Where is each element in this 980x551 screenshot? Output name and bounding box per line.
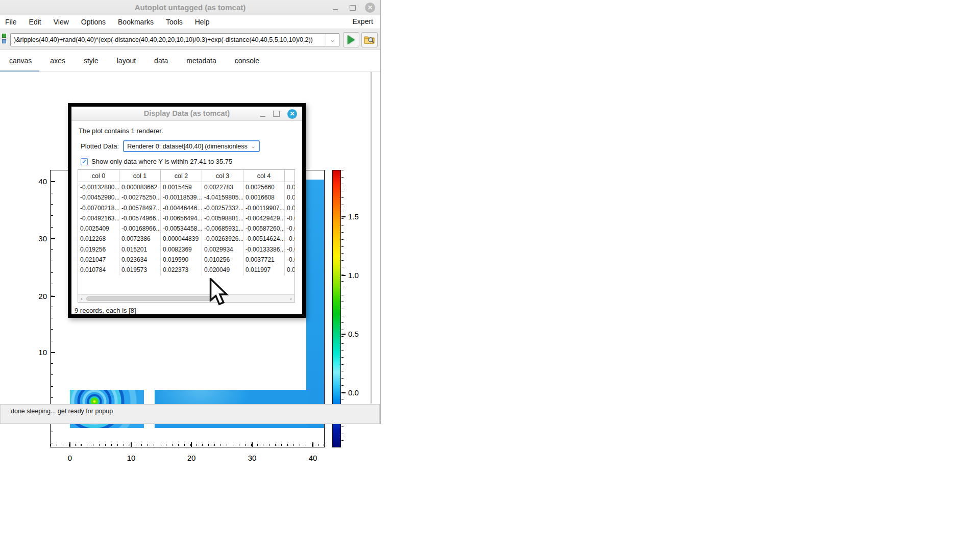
table-cell[interactable]: -4.04159805... (202, 192, 243, 203)
table-cell[interactable]: -0.00118539... (161, 192, 202, 203)
table-cell[interactable]: -0.00429429... (243, 213, 285, 223)
uri-input[interactable]: )&ripples(40,40)+rand(40,40)*(exp(-dista… (10, 33, 339, 46)
dialog-minimize-icon[interactable] (260, 111, 265, 117)
table-cell[interactable]: 0.0025660 (243, 182, 285, 192)
table-cell[interactable]: 0.0037721 (243, 255, 285, 265)
column-header[interactable]: col 2 (161, 170, 202, 182)
table-cell[interactable]: 0.0072386 (119, 234, 161, 244)
menu-item-file[interactable]: File (5, 18, 17, 26)
table-cell[interactable]: 0.011997 (243, 265, 285, 275)
table-cell[interactable]: -0.00656494... (161, 213, 202, 223)
close-icon[interactable]: ✕ (365, 3, 375, 13)
table-cell[interactable]: -0.0 (285, 234, 295, 244)
table-cell[interactable]: -0.00598801... (202, 213, 243, 223)
dialog-title-bar[interactable]: Display Data (as tomcat) ✕ (71, 107, 302, 121)
table-cell[interactable]: 0.019573 (119, 265, 161, 275)
menu-item-help[interactable]: Help (195, 18, 210, 26)
table-cell[interactable]: 0.023634 (119, 255, 161, 265)
menu-item-bookmarks[interactable]: Bookmarks (118, 18, 154, 26)
menu-item-options[interactable]: Options (81, 18, 106, 26)
table-row[interactable]: 0.0025409-0.00168966...-0.00534458...-0.… (78, 223, 295, 234)
table-cell[interactable]: -0.00492163... (78, 213, 119, 223)
table-row[interactable]: 0.0107840.0195730.0223730.0200490.011997… (78, 265, 295, 275)
table-cell[interactable]: -0.00534458... (161, 223, 202, 234)
column-header[interactable]: col 4 (243, 170, 285, 182)
data-table[interactable]: col 0col 1col 2col 3col 4 -0.00132880...… (78, 169, 295, 303)
table-cell[interactable]: -0.00275250... (119, 192, 161, 203)
tab-axes[interactable]: axes (47, 52, 68, 69)
table-cell[interactable]: 0.0015459 (161, 182, 202, 192)
table-row[interactable]: -0.00492163...-0.00574966...-0.00656494.… (78, 213, 295, 223)
table-cell[interactable]: -0.00685931... (202, 223, 243, 234)
table-cell[interactable]: 0.021047 (78, 255, 119, 265)
table-cell[interactable]: -0.00263926... (202, 234, 243, 244)
tab-layout[interactable]: layout (114, 52, 138, 69)
table-cell[interactable]: 0.00 (285, 192, 295, 203)
table-cell[interactable]: 0.015201 (119, 244, 161, 255)
column-header[interactable]: col 1 (119, 170, 161, 182)
table-cell[interactable]: -0.00133386... (243, 244, 285, 255)
plotted-data-select[interactable]: Renderer 0: dataset[40,40] (dimensionles… (123, 140, 260, 152)
table-cell[interactable]: -0.00132880... (78, 182, 119, 192)
y-filter-checkbox[interactable]: ✓ (81, 158, 88, 165)
table-cell[interactable]: -0.00587260... (243, 223, 285, 234)
tab-canvas[interactable]: canvas (7, 52, 34, 69)
table-cell[interactable]: 0.00 (285, 182, 295, 192)
expert-menu[interactable]: Expert (353, 17, 373, 26)
table-cell[interactable]: 0.019256 (78, 244, 119, 255)
minimize-icon[interactable] (330, 3, 340, 13)
table-cell[interactable]: -0.00452980... (78, 192, 119, 203)
table-row[interactable]: -0.00700218...-0.00578497...-0.00446446.… (78, 203, 295, 213)
table-cell[interactable]: -0.00574966... (119, 213, 161, 223)
table-cell[interactable]: -0.0 (285, 255, 295, 265)
menu-item-view[interactable]: View (54, 18, 69, 26)
table-cell[interactable]: -0.0 (285, 223, 295, 234)
column-header[interactable]: col 0 (78, 170, 119, 182)
table-cell[interactable]: 0.010784 (78, 265, 119, 275)
table-cell[interactable]: 0.012268 (78, 234, 119, 244)
menu-item-edit[interactable]: Edit (29, 18, 41, 26)
column-header[interactable]: col 3 (202, 170, 243, 182)
table-row[interactable]: 0.0210470.0236340.0195900.0102560.003772… (78, 255, 295, 265)
scrollbar-thumb[interactable] (86, 296, 214, 301)
table-cell[interactable]: 0.010256 (202, 255, 243, 265)
window-title-bar[interactable]: Autoplot untagged (as tomcat) ✕ (0, 0, 380, 15)
dialog-maximize-icon[interactable] (273, 111, 280, 117)
table-row[interactable]: 0.0192560.0152010.00823690.0029934-0.001… (78, 244, 295, 255)
chevron-down-icon[interactable]: ⌄ (248, 143, 259, 149)
table-row[interactable]: -0.00452980...-0.00275250...-0.00118539.… (78, 192, 295, 203)
maximize-icon[interactable] (348, 3, 358, 13)
tab-console[interactable]: console (232, 52, 262, 69)
table-cell[interactable]: -0.00700218... (78, 203, 119, 213)
table-row[interactable]: 0.0122680.00723860.000044839-0.00263926.… (78, 234, 295, 244)
tab-style[interactable]: style (81, 52, 101, 69)
table-cell[interactable]: 0.0082369 (161, 244, 202, 255)
table-cell[interactable]: 0.0025409 (78, 223, 119, 234)
table-cell[interactable]: 0.022373 (161, 265, 202, 275)
table-cell[interactable]: -0.0 (285, 213, 295, 223)
horizontal-scrollbar[interactable]: ‹ › (78, 294, 295, 302)
dialog-close-icon[interactable]: ✕ (287, 109, 297, 119)
table-cell[interactable]: -0.00514624... (243, 234, 285, 244)
table-cell[interactable]: 0.000044839 (161, 234, 202, 244)
tab-data[interactable]: data (152, 52, 170, 69)
table-cell[interactable]: 0.00 (285, 265, 295, 275)
uri-dropdown-arrow-icon[interactable]: ⌄ (326, 34, 339, 46)
table-cell[interactable]: 0.0029934 (202, 244, 243, 255)
scroll-left-icon[interactable]: ‹ (78, 296, 85, 302)
table-cell[interactable]: 0.000083662 (119, 182, 161, 192)
column-header[interactable] (285, 170, 295, 182)
table-cell[interactable]: -0.00119907... (243, 203, 285, 213)
table-cell[interactable]: 0.020049 (202, 265, 243, 275)
table-row[interactable]: -0.00132880...0.0000836620.00154590.0022… (78, 182, 295, 192)
table-cell[interactable]: 0.019590 (161, 255, 202, 265)
open-file-button[interactable] (361, 32, 378, 47)
table-cell[interactable]: -0.00168966... (119, 223, 161, 234)
table-cell[interactable]: 0.0016608 (243, 192, 285, 203)
table-cell[interactable]: -0.00578497... (119, 203, 161, 213)
table-cell[interactable]: -0.00446446... (161, 203, 202, 213)
table-cell[interactable]: -0.0 (285, 244, 295, 255)
menu-item-tools[interactable]: Tools (166, 18, 183, 26)
table-cell[interactable]: -0.00257332... (202, 203, 243, 213)
table-cell[interactable]: 0.00 (285, 203, 295, 213)
